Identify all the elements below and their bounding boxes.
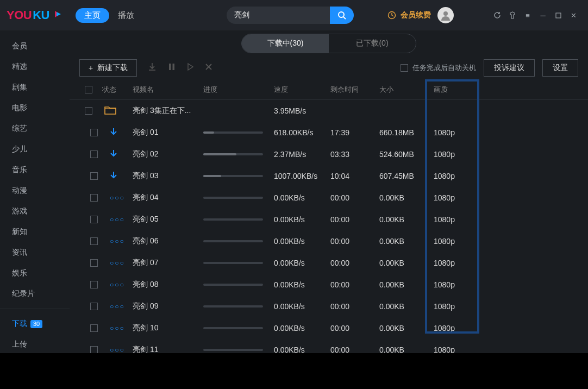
table-row[interactable]: 亮剑 022.37MB/s03:33524.60MB1080p — [70, 143, 588, 165]
row-progress — [203, 197, 274, 199]
row-checkbox[interactable] — [80, 216, 108, 223]
row-checkbox[interactable] — [80, 172, 108, 180]
clock-icon — [387, 11, 396, 20]
row-quality: 1080p — [434, 302, 481, 311]
sidebar-item[interactable]: 会员 — [0, 36, 70, 57]
settings-button[interactable]: 设置 — [542, 59, 578, 77]
row-checkbox[interactable] — [80, 324, 108, 332]
sidebar-item-download[interactable]: 下载 30 — [0, 313, 70, 334]
tab-downloaded[interactable]: 已下载(0) — [329, 34, 416, 53]
folder-speed: 3.95MB/s — [274, 106, 330, 115]
row-quality: 1080p — [434, 324, 481, 332]
auto-shutdown-checkbox[interactable]: 任务完成后自动关机 — [401, 63, 476, 73]
close-icon[interactable]: ✕ — [568, 10, 578, 20]
row-speed: 1007.00KB/s — [274, 172, 330, 180]
maximize-icon[interactable] — [553, 10, 563, 20]
table-row[interactable]: ○○○亮剑 070.00KB/s00:000.00KB1080p — [70, 252, 588, 274]
sidebar-download-label: 下载 — [12, 319, 27, 329]
row-checkbox[interactable] — [80, 150, 108, 158]
search-input[interactable] — [227, 7, 330, 24]
sidebar-item[interactable]: 综艺 — [0, 118, 70, 139]
download-arrow-icon — [110, 171, 117, 181]
row-size: 0.00KB — [379, 302, 434, 311]
search-bar — [227, 7, 354, 24]
download-tabs: 下载中(30) 已下载(0) — [70, 30, 588, 57]
row-progress — [203, 240, 274, 242]
sidebar-item[interactable]: 游戏 — [0, 201, 70, 222]
tab-downloading[interactable]: 下载中(30) — [242, 34, 329, 53]
feedback-button[interactable]: 投诉建议 — [484, 59, 535, 77]
row-name: 亮剑 05 — [133, 215, 203, 224]
delete-icon[interactable] — [204, 62, 213, 73]
svg-rect-6 — [173, 64, 175, 70]
row-progress — [203, 262, 274, 264]
row-checkbox[interactable] — [80, 259, 108, 267]
row-quality: 1080p — [434, 128, 481, 137]
table-row[interactable]: ○○○亮剑 100.00KB/s00:000.00KB1080p — [70, 317, 588, 339]
new-download-label: 新建下载 — [97, 63, 128, 73]
sidebar-item[interactable]: 娱乐 — [0, 263, 70, 284]
sidebar-item[interactable]: 电影 — [0, 98, 70, 118]
sidebar: 会员精选剧集电影综艺少儿音乐动漫游戏新知资讯娱乐纪录片 下载 30 上传 — [0, 30, 70, 353]
youku-logo[interactable]: YOUKU — [7, 8, 62, 22]
table-row[interactable]: ○○○亮剑 090.00KB/s00:000.00KB1080p — [70, 296, 588, 317]
table-row[interactable]: ○○○亮剑 050.00KB/s00:000.00KB1080p — [70, 209, 588, 230]
table-header: 状态 视频名 进度 速度 剩余时间 大小 画质 — [70, 79, 588, 100]
sidebar-item[interactable]: 精选 — [0, 57, 70, 77]
sidebar-item[interactable]: 少儿 — [0, 139, 70, 160]
nav-play[interactable]: 播放 — [118, 10, 134, 21]
row-checkbox[interactable] — [75, 107, 102, 115]
play-icon[interactable] — [186, 62, 195, 73]
row-remaining: 00:00 — [330, 259, 379, 267]
row-name: 亮剑 11 — [133, 345, 203, 353]
refresh-icon[interactable] — [492, 10, 502, 20]
row-progress — [203, 349, 274, 351]
sidebar-item-upload[interactable]: 上传 — [0, 334, 70, 353]
row-checkbox[interactable] — [80, 281, 108, 288]
tab-group: 下载中(30) 已下载(0) — [241, 34, 416, 53]
row-size: 0.00KB — [379, 259, 434, 267]
select-all-checkbox[interactable] — [75, 86, 102, 93]
row-checkbox[interactable] — [80, 303, 108, 310]
search-button[interactable] — [330, 7, 354, 24]
row-checkbox[interactable] — [80, 237, 108, 245]
row-size: 0.00KB — [379, 193, 434, 202]
row-name: 亮剑 08 — [133, 280, 203, 290]
svg-rect-5 — [169, 64, 171, 70]
avatar[interactable] — [437, 7, 454, 23]
row-checkbox[interactable] — [80, 346, 108, 353]
sidebar-item[interactable]: 剧集 — [0, 77, 70, 98]
skin-icon[interactable] — [508, 10, 517, 20]
toolbar: + 新建下载 任务完成后自动关机 投诉建议 设置 — [70, 57, 588, 79]
row-remaining: 00:00 — [330, 346, 379, 353]
row-speed: 618.00KB/s — [274, 128, 330, 137]
row-remaining: 00:00 — [330, 324, 379, 332]
table-row[interactable]: 亮剑 031007.00KB/s10:04607.45MB1080p — [70, 165, 588, 187]
row-size: 0.00KB — [379, 215, 434, 224]
row-checkbox[interactable] — [80, 129, 108, 136]
avatar-icon — [440, 10, 451, 21]
menu-icon[interactable]: ≡ — [523, 10, 533, 20]
sidebar-item[interactable]: 动漫 — [0, 180, 70, 201]
nav-home[interactable]: 主页 — [76, 8, 109, 23]
folder-row[interactable]: 亮剑 3集正在下... 3.95MB/s — [70, 100, 588, 122]
pause-all-icon[interactable] — [167, 62, 176, 73]
table-row[interactable]: 亮剑 01618.00KB/s17:39660.18MB1080p — [70, 122, 588, 143]
minimize-icon[interactable]: ─ — [538, 10, 548, 20]
sidebar-item[interactable]: 纪录片 — [0, 284, 70, 304]
start-all-icon[interactable] — [147, 61, 158, 74]
checkbox-icon — [401, 64, 408, 72]
new-download-button[interactable]: + 新建下载 — [79, 59, 137, 77]
sidebar-item[interactable]: 音乐 — [0, 160, 70, 180]
col-progress: 进度 — [203, 85, 274, 95]
sidebar-item[interactable]: 新知 — [0, 222, 70, 242]
table-row[interactable]: ○○○亮剑 060.00KB/s00:000.00KB1080p — [70, 230, 588, 252]
table-row[interactable]: ○○○亮剑 080.00KB/s00:000.00KB1080p — [70, 274, 588, 296]
waiting-icon: ○○○ — [110, 216, 125, 223]
table-row[interactable]: ○○○亮剑 110.00KB/s00:000.00KB1080p — [70, 339, 588, 353]
row-checkbox[interactable] — [80, 194, 108, 202]
sidebar-item[interactable]: 资讯 — [0, 242, 70, 263]
table-row[interactable]: ○○○亮剑 040.00KB/s00:000.00KB1080p — [70, 187, 588, 209]
vip-renew[interactable]: 会员续费 — [387, 10, 431, 20]
row-speed: 0.00KB/s — [274, 259, 330, 267]
